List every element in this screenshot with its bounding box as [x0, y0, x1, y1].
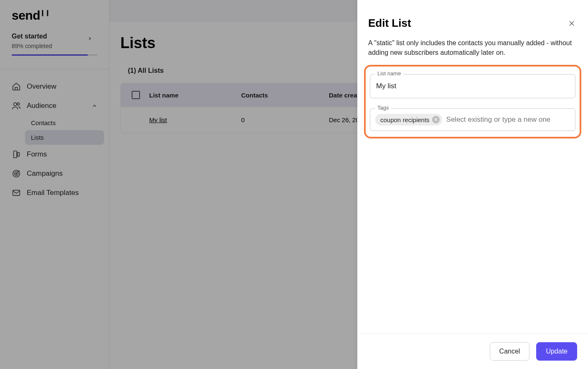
- tag-chip-label: coupon recipients: [380, 116, 430, 123]
- panel-title: Edit List: [368, 17, 411, 30]
- close-button[interactable]: [566, 18, 577, 29]
- panel-footer: Cancel Update: [357, 333, 588, 369]
- tag-remove-button[interactable]: ✕: [432, 116, 440, 123]
- tags-input[interactable]: coupon recipients ✕: [370, 108, 575, 131]
- close-icon: [568, 20, 575, 27]
- panel-description: A "static" list only includes the contac…: [368, 38, 577, 57]
- cancel-button[interactable]: Cancel: [490, 342, 530, 361]
- modal-overlay[interactable]: [0, 0, 357, 369]
- list-name-input[interactable]: [370, 74, 575, 98]
- list-name-field: List name: [370, 74, 575, 98]
- tags-label: Tags: [375, 105, 391, 111]
- tag-chip: coupon recipients ✕: [375, 114, 442, 126]
- edit-list-panel: Edit List A "static" list only includes …: [357, 0, 588, 369]
- tags-field: Tags coupon recipients ✕: [370, 108, 575, 131]
- x-icon: ✕: [434, 117, 438, 123]
- update-button[interactable]: Update: [536, 342, 577, 361]
- form-highlight: List name Tags coupon recipients ✕: [364, 65, 581, 138]
- list-name-label: List name: [375, 70, 403, 77]
- tags-text-input[interactable]: [446, 115, 570, 124]
